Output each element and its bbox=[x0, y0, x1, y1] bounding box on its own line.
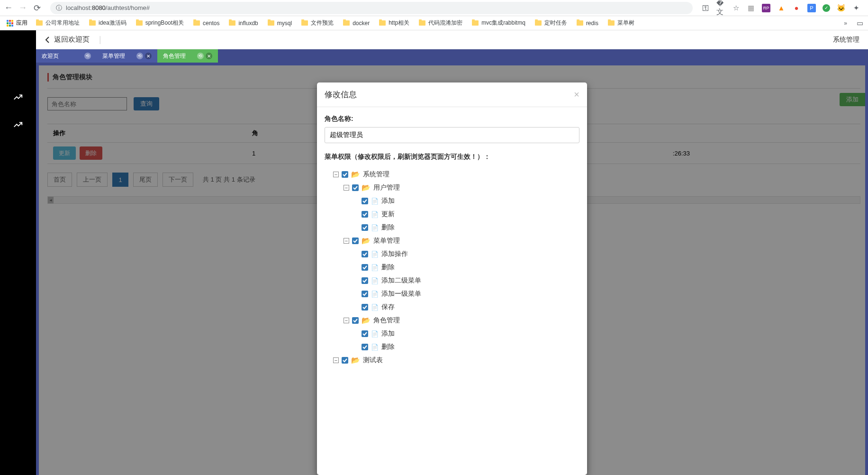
ext1-icon[interactable]: ▦ bbox=[747, 4, 755, 12]
back-button[interactable]: ← bbox=[4, 3, 13, 13]
tabs-row: 欢迎页 ⟲ 菜单管理 ⟲✕ 角色管理 ⟲✕ bbox=[36, 49, 868, 63]
folder-icon bbox=[193, 20, 200, 26]
tree-leaf: 📄添加 bbox=[325, 194, 579, 208]
checkbox[interactable] bbox=[362, 198, 368, 204]
modal-overlay: 修改信息 × 角色名称: 菜单权限（修改权限后，刷新浏览器页面方可生效！）： − bbox=[39, 65, 865, 475]
checkbox[interactable] bbox=[352, 238, 359, 244]
chart-icon[interactable] bbox=[13, 92, 23, 105]
bookmark-item[interactable]: 菜单树 bbox=[604, 19, 638, 27]
chart-icon-2[interactable] bbox=[13, 119, 23, 133]
folder-icon bbox=[535, 20, 542, 26]
back-to-welcome[interactable]: 返回欢迎页 | bbox=[45, 35, 101, 45]
tree-label: 添加二级菜单 bbox=[381, 276, 421, 285]
file-icon: 📄 bbox=[371, 344, 379, 351]
tab-welcome[interactable]: 欢迎页 ⟲ bbox=[36, 49, 97, 63]
ext2-icon[interactable]: RP bbox=[762, 4, 770, 12]
translate-icon[interactable]: �文 bbox=[716, 4, 725, 12]
tab-menu-mgmt[interactable]: 菜单管理 ⟲✕ bbox=[97, 49, 157, 63]
role-name-label: 角色名称: bbox=[325, 115, 579, 123]
cat-icon[interactable]: 🐱 bbox=[837, 4, 845, 12]
bookmark-item[interactable]: 文件预览 bbox=[298, 19, 337, 27]
tab-label: 菜单管理 bbox=[102, 52, 125, 60]
file-icon: 📄 bbox=[371, 264, 379, 271]
p-icon[interactable]: P bbox=[807, 4, 816, 12]
checkbox[interactable] bbox=[362, 304, 368, 311]
collapse-icon[interactable]: − bbox=[344, 238, 349, 244]
app-header: 返回欢迎页 | 系统管理 bbox=[36, 30, 868, 49]
checkbox[interactable] bbox=[362, 211, 368, 218]
forward-button[interactable]: → bbox=[18, 3, 27, 13]
bookmark-item[interactable]: influxdb bbox=[225, 20, 262, 27]
folder-icon bbox=[301, 20, 308, 26]
bookmark-item[interactable]: mysql bbox=[264, 20, 296, 27]
tree-node-test: − 📂 测试表 bbox=[325, 354, 579, 367]
bookmark-item[interactable]: redis bbox=[573, 20, 602, 27]
vlc-icon[interactable]: ▲ bbox=[777, 4, 786, 12]
checkbox[interactable] bbox=[342, 357, 348, 364]
apps-button[interactable]: 应用 bbox=[4, 19, 30, 27]
puzzle-icon[interactable]: ✦ bbox=[852, 4, 860, 12]
key-icon[interactable]: ⚿ bbox=[701, 4, 710, 12]
role-name-field[interactable] bbox=[325, 127, 579, 143]
bookmark-item[interactable]: mvc集成rabbitmq bbox=[468, 19, 529, 27]
file-icon: 📄 bbox=[371, 211, 379, 218]
star-icon[interactable]: ☆ bbox=[732, 4, 740, 12]
tab-close-icon[interactable]: ✕ bbox=[145, 53, 152, 59]
chevron-left-icon bbox=[45, 36, 50, 44]
tree-node-menu: − 📂 菜单管理 bbox=[325, 234, 579, 247]
bookmark-item[interactable]: 公司常用地址 bbox=[32, 19, 83, 27]
browser-actions: ⚿ �文 ☆ ▦ RP ▲ ● P ✓ 🐱 ✦ bbox=[697, 4, 864, 12]
checkbox[interactable] bbox=[362, 277, 368, 284]
record-icon[interactable]: ● bbox=[792, 4, 801, 12]
collapse-icon[interactable]: − bbox=[344, 318, 349, 323]
url-bar[interactable]: ⓘ localhost:8080/authtest/home# bbox=[50, 2, 693, 14]
checkbox[interactable] bbox=[362, 330, 368, 337]
modal-body: 角色名称: 菜单权限（修改权限后，刷新浏览器页面方可生效！）： − 📂 系统管理 bbox=[317, 107, 587, 378]
tab-role-mgmt[interactable]: 角色管理 ⟲✕ bbox=[157, 49, 218, 63]
modal-header: 修改信息 × bbox=[317, 82, 587, 107]
folder-open-icon: 📂 bbox=[351, 356, 360, 365]
tree-label: 删除 bbox=[381, 343, 395, 351]
tab-close-icon[interactable]: ✕ bbox=[206, 53, 212, 59]
check-icon[interactable]: ✓ bbox=[823, 4, 830, 12]
checkbox[interactable] bbox=[362, 251, 368, 257]
checkbox[interactable] bbox=[362, 291, 368, 297]
bookmark-item[interactable]: http相关 bbox=[375, 19, 413, 27]
checkbox[interactable] bbox=[362, 264, 368, 271]
file-icon: 📄 bbox=[371, 224, 379, 231]
bookmarks-overflow[interactable]: » bbox=[840, 20, 851, 27]
collapse-icon[interactable]: − bbox=[333, 357, 339, 363]
collapse-icon[interactable]: − bbox=[333, 172, 339, 177]
reading-list-icon[interactable]: ▭ bbox=[856, 19, 864, 27]
collapse-icon[interactable]: − bbox=[344, 185, 349, 191]
bookmark-item[interactable]: 定时任务 bbox=[531, 19, 571, 27]
bookmark-item[interactable]: 代码混淆加密 bbox=[415, 19, 466, 27]
file-icon: 📄 bbox=[371, 291, 379, 298]
tab-refresh-icon[interactable]: ⟲ bbox=[197, 53, 204, 59]
folder-open-icon: 📂 bbox=[362, 316, 371, 325]
modal-close-icon[interactable]: × bbox=[574, 89, 579, 100]
bookmark-item[interactable]: centos bbox=[190, 20, 223, 27]
back-label: 返回欢迎页 bbox=[54, 35, 90, 44]
file-icon: 📄 bbox=[371, 304, 379, 311]
edit-modal: 修改信息 × 角色名称: 菜单权限（修改权限后，刷新浏览器页面方可生效！）： − bbox=[317, 82, 587, 475]
tree-label: 删除 bbox=[381, 263, 395, 272]
tab-refresh-icon[interactable]: ⟲ bbox=[84, 53, 91, 59]
checkbox[interactable] bbox=[362, 344, 368, 350]
separator: | bbox=[99, 35, 101, 45]
tree-label: 添加操作 bbox=[381, 250, 408, 258]
tree-leaf: 📄删除 bbox=[325, 221, 579, 234]
checkbox[interactable] bbox=[352, 317, 359, 324]
reload-button[interactable]: ⟳ bbox=[32, 3, 42, 13]
bookmark-item[interactable]: idea激活码 bbox=[85, 19, 130, 27]
bookmark-item[interactable]: docker bbox=[339, 20, 373, 27]
tree-label: 菜单管理 bbox=[373, 237, 400, 245]
checkbox[interactable] bbox=[362, 224, 368, 231]
checkbox[interactable] bbox=[342, 171, 348, 178]
apps-label: 应用 bbox=[16, 19, 27, 27]
tab-refresh-icon[interactable]: ⟲ bbox=[136, 53, 143, 59]
tree-leaf: 📄保存 bbox=[325, 301, 579, 314]
bookmark-item[interactable]: springBoot相关 bbox=[132, 19, 188, 27]
checkbox[interactable] bbox=[352, 184, 359, 191]
file-icon: 📄 bbox=[371, 330, 379, 338]
